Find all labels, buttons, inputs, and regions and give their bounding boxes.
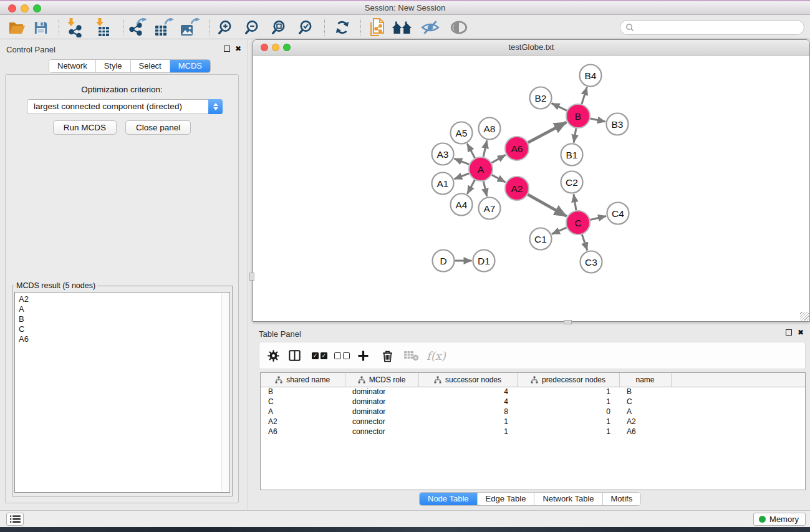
column-header-shared-name[interactable]: shared name (261, 373, 345, 387)
float-table-panel-icon[interactable] (786, 329, 792, 336)
graph-node-C3[interactable]: C3 (581, 251, 602, 273)
table-cell[interactable]: C (619, 397, 671, 407)
close-window-icon[interactable] (8, 4, 16, 12)
table-cell[interactable]: connector (345, 427, 418, 437)
graph-edge-A-A8[interactable] (483, 140, 487, 157)
graph-edge-C-C4[interactable] (590, 216, 606, 220)
tab-edge-table[interactable]: Edge Table (478, 493, 535, 505)
close-panel-button[interactable]: Close panel (125, 120, 191, 135)
table-cell[interactable]: 1 (517, 397, 619, 407)
tab-node-table[interactable]: Node Table (420, 493, 478, 505)
mcds-result-item[interactable]: C (19, 324, 229, 334)
graph-edge-B-B2[interactable] (552, 103, 567, 110)
graph-edge-C-C2[interactable] (574, 194, 576, 210)
mcds-result-item[interactable]: A (19, 304, 229, 314)
hide-panels-icon[interactable] (420, 17, 441, 38)
zoom-out-icon[interactable] (242, 17, 263, 38)
table-row[interactable]: Cdominator41C (261, 397, 805, 407)
table-cell[interactable]: C (261, 397, 345, 407)
zoom-window-icon[interactable] (33, 4, 41, 12)
table-cell[interactable]: B (619, 387, 671, 397)
table-row[interactable]: Adominator80A (261, 407, 805, 417)
delete-column-trash-icon[interactable] (382, 342, 393, 369)
column-header-mcds-role[interactable]: MCDS role (345, 373, 418, 387)
column-header-successor-nodes[interactable]: successor nodes (418, 373, 517, 387)
zoom-in-icon[interactable] (215, 17, 236, 38)
tab-network-table[interactable]: Network Table (534, 493, 602, 505)
tab-motifs[interactable]: Motifs (603, 493, 641, 505)
graph-node-A8[interactable]: A8 (479, 118, 501, 140)
table-cell[interactable]: dominator (345, 397, 418, 407)
table-cell[interactable]: dominator (345, 407, 418, 417)
graph-node-C2[interactable]: C2 (561, 172, 583, 193)
graph-node-A6[interactable]: A6 (505, 137, 529, 160)
task-history-button[interactable] (6, 513, 24, 526)
tab-mcds[interactable]: MCDS (170, 60, 210, 72)
home-icon[interactable] (392, 17, 413, 38)
column-header-name[interactable]: name (619, 373, 671, 387)
network-canvas[interactable]: B4B2BB3A5A8A6B1A3AC2A1A2A4A7C4CC1C3DD1 (253, 56, 809, 321)
table-cell[interactable]: A6 (261, 427, 345, 437)
table-cell[interactable]: 1 (418, 427, 517, 437)
graph-node-C4[interactable]: C4 (607, 203, 629, 225)
table-cell[interactable]: 1 (517, 387, 619, 397)
refresh-icon[interactable] (332, 17, 353, 38)
graph-edge-A-A1[interactable] (454, 173, 469, 179)
graph-edge-A-A6[interactable] (491, 155, 505, 163)
graph-node-A7[interactable]: A7 (479, 198, 501, 220)
export-table-icon[interactable] (153, 17, 174, 38)
graph-edge-A-A5[interactable] (467, 143, 475, 158)
close-table-panel-icon[interactable]: ✖ (798, 329, 804, 336)
table-cell[interactable]: B (261, 387, 345, 397)
graph-node-A3[interactable]: A3 (432, 143, 454, 165)
tab-network[interactable]: Network (49, 60, 96, 72)
table-settings-gear-icon[interactable] (267, 342, 280, 369)
graph-edge-B-B3[interactable] (591, 118, 605, 122)
graph-node-A1[interactable]: A1 (432, 173, 454, 195)
network-zoom-icon[interactable] (283, 44, 291, 51)
tab-select[interactable]: Select (131, 60, 170, 72)
table-row[interactable]: Bdominator41B (261, 387, 805, 397)
criterion-dropdown[interactable]: largest connected component (directed) (27, 99, 223, 114)
column-header-predecessor-nodes[interactable]: predecessor nodes (517, 373, 619, 387)
graph-node-A2[interactable]: A2 (505, 177, 529, 200)
graph-edge-A-A7[interactable] (483, 181, 486, 196)
graph-node-D[interactable]: D (433, 250, 455, 272)
tab-style[interactable]: Style (96, 60, 131, 72)
table-cell[interactable]: 1 (517, 417, 619, 427)
add-column-icon[interactable] (357, 342, 369, 369)
mcds-result-item[interactable]: A2 (19, 294, 229, 304)
table-cell[interactable]: A (619, 407, 671, 417)
close-panel-icon[interactable]: ✖ (235, 46, 241, 52)
import-table-icon[interactable] (93, 17, 114, 38)
graph-node-D1[interactable]: D1 (473, 250, 495, 272)
splitter-handle-left[interactable] (249, 273, 254, 281)
table-cell[interactable]: A2 (261, 417, 345, 427)
graph-edge-B-B4[interactable] (582, 87, 587, 104)
select-all-checkboxes-icon[interactable]: ✓✓ (312, 342, 329, 369)
graph-edge-A6-B[interactable] (528, 122, 567, 143)
zoom-selected-icon[interactable] (296, 17, 317, 38)
table-cell[interactable]: 1 (418, 417, 517, 427)
graph-node-B1[interactable]: B1 (561, 144, 583, 166)
network-close-icon[interactable] (261, 44, 268, 51)
export-image-icon[interactable] (179, 17, 200, 38)
memory-button[interactable]: Memory (753, 513, 806, 526)
graph-node-B2[interactable]: B2 (530, 87, 552, 109)
window-resize-grip[interactable] (800, 312, 809, 321)
float-panel-icon[interactable] (224, 46, 230, 52)
graph-node-B[interactable]: B (566, 104, 590, 128)
table-cell[interactable]: 4 (418, 397, 517, 407)
table-cell[interactable]: connector (345, 417, 418, 427)
show-eye-icon[interactable] (448, 17, 470, 38)
toggle-columns-icon[interactable] (288, 342, 301, 369)
graph-edge-A2-C[interactable] (528, 195, 566, 216)
node-table[interactable]: shared nameMCDS rolesuccessor nodesprede… (260, 372, 806, 490)
zoom-fit-icon[interactable] (269, 17, 290, 38)
graph-node-A[interactable]: A (469, 157, 493, 181)
search-field[interactable] (620, 20, 804, 35)
network-graph[interactable]: B4B2BB3A5A8A6B1A3AC2A1A2A4A7C4CC1C3DD1 (253, 56, 809, 321)
network-minimize-icon[interactable] (272, 44, 279, 51)
graph-node-A4[interactable]: A4 (451, 194, 473, 216)
graph-node-B4[interactable]: B4 (580, 65, 602, 87)
